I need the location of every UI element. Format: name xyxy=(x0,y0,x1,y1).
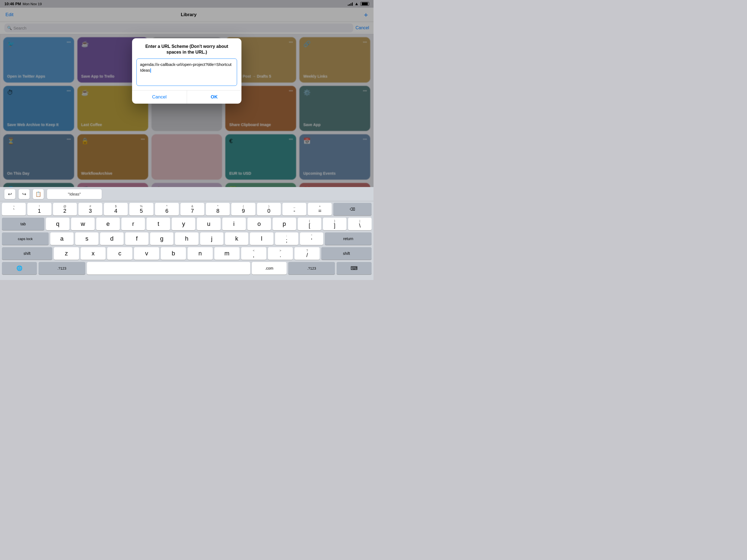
key-plus[interactable]: + = xyxy=(308,203,332,215)
url-input-text: agenda://x-callback-url/open-project?tit… xyxy=(140,62,232,73)
modal-header: Enter a URL Scheme (Don't worry about sp… xyxy=(132,38,241,58)
key-at[interactable]: @ 2 xyxy=(53,203,77,215)
key-e[interactable]: e xyxy=(96,218,120,230)
key-c[interactable]: c xyxy=(107,247,132,260)
key-u[interactable]: u xyxy=(197,218,221,230)
key-t[interactable]: t xyxy=(147,218,170,230)
key-p[interactable]: p xyxy=(273,218,296,230)
key-row-symbols: ~ ` ! 1 @ 2 # 3 $ 4 % 5 xyxy=(1,203,373,215)
key-o[interactable]: o xyxy=(248,218,271,230)
modal-ok-button[interactable]: OK xyxy=(187,91,242,104)
key-row-zxcv: shift z x c v b n m < , > . ? / shift xyxy=(1,247,373,260)
key-hash[interactable]: # 3 xyxy=(78,203,102,215)
key-n[interactable]: n xyxy=(187,247,213,260)
key-z[interactable]: z xyxy=(54,247,79,260)
keyboard-hide-icon: ⌨ xyxy=(351,265,358,271)
key-backslash[interactable]: | \ xyxy=(348,218,371,230)
modal-cancel-button[interactable]: Cancel xyxy=(132,91,187,104)
key-caret[interactable]: ^ 6 xyxy=(155,203,179,215)
key-lt[interactable]: < , xyxy=(241,247,266,260)
key-s[interactable]: s xyxy=(75,232,98,245)
key-row-asdf: caps lock a s d f g h j k l : ; " ' retu… xyxy=(1,232,373,245)
tab-key[interactable]: tab xyxy=(2,218,44,230)
clipboard-button[interactable]: 📋 xyxy=(33,189,44,199)
suggestion-text: "Ideas" xyxy=(68,192,81,196)
key-tilde[interactable]: ~ ` xyxy=(2,203,26,215)
key-row-qwerty: tab q w e r t y u i o p { [ } ] | \ xyxy=(1,218,373,230)
autocomplete-suggestion[interactable]: "Ideas" xyxy=(47,189,102,199)
key-row-bottom: 🌐 .?123 .com .?123 ⌨ xyxy=(1,262,373,275)
keyboard-toolbar: ↩ ↪ 📋 "Ideas" xyxy=(0,187,374,201)
shift-right-key[interactable]: shift xyxy=(321,247,371,260)
key-a[interactable]: a xyxy=(50,232,74,245)
key-rbrace[interactable]: } ] xyxy=(323,218,346,230)
globe-icon: 🌐 xyxy=(17,265,22,271)
key-r[interactable]: r xyxy=(121,218,145,230)
redo-icon: ↪ xyxy=(22,191,26,197)
hide-keyboard-key[interactable]: ⌨ xyxy=(337,262,371,275)
key-lparen[interactable]: ( 9 xyxy=(231,203,255,215)
key-l[interactable]: l xyxy=(250,232,273,245)
modal-title: Enter a URL Scheme (Don't worry about sp… xyxy=(145,44,228,54)
key-q[interactable]: q xyxy=(46,218,70,230)
key-dollar[interactable]: $ 4 xyxy=(104,203,128,215)
num-key-right[interactable]: .?123 xyxy=(288,262,335,275)
key-exclaim[interactable]: ! 1 xyxy=(27,203,51,215)
key-b[interactable]: b xyxy=(161,247,186,260)
key-v[interactable]: v xyxy=(134,247,159,260)
key-minus[interactable]: _ - xyxy=(282,203,306,215)
dotcom-key[interactable]: .com xyxy=(252,262,287,275)
key-quote[interactable]: " ' xyxy=(300,232,323,245)
autocomplete-suggestion-right[interactable] xyxy=(105,189,369,199)
key-w[interactable]: w xyxy=(71,218,95,230)
key-rparen[interactable]: ) 0 xyxy=(257,203,281,215)
text-cursor xyxy=(150,68,151,73)
return-key[interactable]: return xyxy=(325,232,371,245)
key-d[interactable]: d xyxy=(100,232,123,245)
key-m[interactable]: m xyxy=(214,247,239,260)
keyboard-rows: ~ ` ! 1 @ 2 # 3 $ 4 % 5 xyxy=(0,201,374,275)
key-g[interactable]: g xyxy=(150,232,173,245)
globe-key[interactable]: 🌐 xyxy=(2,262,37,275)
shift-left-key[interactable]: shift xyxy=(2,247,52,260)
key-k[interactable]: k xyxy=(225,232,248,245)
key-lbrace[interactable]: { [ xyxy=(298,218,321,230)
key-f[interactable]: f xyxy=(125,232,149,245)
clipboard-icon: 📋 xyxy=(35,191,41,197)
key-gt[interactable]: > . xyxy=(268,247,293,260)
key-question[interactable]: ? / xyxy=(294,247,319,260)
key-percent[interactable]: % 5 xyxy=(129,203,153,215)
space-key[interactable] xyxy=(87,262,250,275)
undo-icon: ↩ xyxy=(8,191,12,197)
num-key-left[interactable]: .?123 xyxy=(38,262,85,275)
url-input-area[interactable]: agenda://x-callback-url/open-project?tit… xyxy=(136,58,237,86)
key-y[interactable]: y xyxy=(172,218,195,230)
undo-button[interactable]: ↩ xyxy=(4,189,15,199)
url-scheme-dialog: Enter a URL Scheme (Don't worry about sp… xyxy=(132,38,241,104)
modal-buttons: Cancel OK xyxy=(132,90,241,104)
key-j[interactable]: j xyxy=(200,232,223,245)
key-star[interactable]: * 8 xyxy=(206,203,230,215)
caps-lock-key[interactable]: caps lock xyxy=(2,232,49,245)
redo-button[interactable]: ↪ xyxy=(19,189,29,199)
key-ampersand[interactable]: & 7 xyxy=(180,203,204,215)
key-colon[interactable]: : ; xyxy=(275,232,298,245)
delete-key[interactable]: ⌫ xyxy=(333,203,371,215)
key-h[interactable]: h xyxy=(175,232,198,245)
keyboard: ↩ ↪ 📋 "Ideas" ~ ` ! 1 @ 2 xyxy=(0,187,374,280)
key-x[interactable]: x xyxy=(81,247,106,260)
key-i[interactable]: i xyxy=(222,218,246,230)
